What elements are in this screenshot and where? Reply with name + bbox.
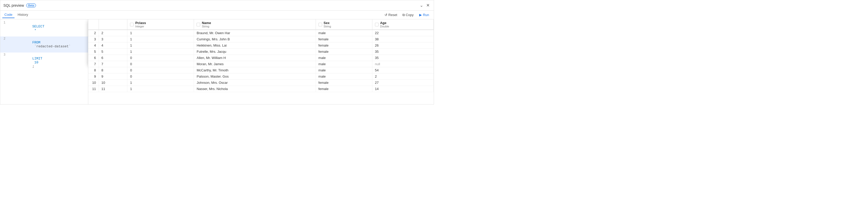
table-row: 331Cumings, Mrs. John Bfemale38	[88, 36, 434, 42]
table-cell: 54	[372, 67, 433, 73]
table-cell: 35	[372, 48, 433, 55]
table-cell: 11	[99, 86, 127, 92]
editor-pane[interactable]: 1 SELECT * 2 FROM `redacted-dataset` 3	[0, 20, 88, 104]
reset-button[interactable]: ↺ Reset	[382, 12, 399, 18]
line-content-2: FROM `redacted-dataset`	[8, 37, 88, 52]
table-cell: 4	[88, 42, 99, 48]
col-header-name: Name String	[194, 20, 316, 30]
reset-label: Reset	[389, 13, 397, 17]
pclass-header-inner: Pclass Integer	[130, 21, 191, 28]
sex-col-name: Sex	[324, 21, 331, 25]
table-cell: 3	[99, 36, 127, 42]
line-number-1: 1	[0, 21, 8, 25]
tab-history[interactable]: History	[16, 12, 30, 18]
keyword-select: SELECT	[32, 25, 44, 29]
table-cell: 6	[99, 55, 127, 61]
header-right: ⌄ ✕	[419, 2, 431, 9]
collapse-button[interactable]: ⌄	[419, 2, 424, 9]
run-button[interactable]: ▶ Run	[417, 12, 432, 18]
table-cell: 1	[127, 42, 194, 48]
sex-label: Sex String	[324, 21, 331, 28]
table-body: 221Braund, Mr. Owen Harmale22331Cumings,…	[88, 30, 434, 92]
table-row: 880McCarthy, Mr. Timothmale54	[88, 67, 434, 73]
table-row: 441Heikkinen, Miss. Laifemale26	[88, 42, 434, 48]
table-cell: 0	[127, 55, 194, 61]
table-cell: Palsson, Master. Gos	[194, 73, 316, 80]
line-number-3: 3	[0, 53, 8, 57]
table-cell: Futrelle, Mrs. Jacqu	[194, 48, 316, 55]
pclass-col-name: Pclass	[135, 21, 146, 25]
table-cell: male	[316, 73, 372, 80]
run-label: Run	[423, 13, 429, 17]
table-cell: 1	[127, 30, 194, 36]
table-row: 770Moran, Mr. Jamesmalenull	[88, 61, 434, 67]
data-pane[interactable]: Pclass Integer Name String	[88, 20, 434, 104]
table-cell: 10	[88, 80, 99, 86]
header-row: Pclass Integer Name String	[88, 20, 434, 30]
table-cell: 8	[99, 67, 127, 73]
table-cell: 3	[88, 36, 99, 42]
table-cell: 10	[99, 80, 127, 86]
name-label: Name String	[202, 21, 211, 28]
table-cell: Johnson, Mrs. Oscar	[194, 80, 316, 86]
name-header-inner: Name String	[196, 21, 313, 28]
tab-code[interactable]: Code	[2, 12, 14, 18]
col-header-age: Age Double	[372, 20, 433, 30]
keyword-limit: LIMIT	[32, 57, 42, 61]
table-cell: 9	[88, 73, 99, 80]
table-cell: male	[316, 61, 372, 67]
table-cell: Moran, Mr. James	[194, 61, 316, 67]
table-cell: 11	[88, 86, 99, 92]
code-line-1: 1 SELECT *	[0, 21, 88, 36]
code-lines: 1 SELECT * 2 FROM `redacted-dataset` 3	[0, 20, 88, 73]
table-cell: 5	[99, 48, 127, 55]
reset-icon: ↺	[384, 13, 388, 17]
close-icon: ✕	[426, 3, 430, 8]
pclass-checkbox[interactable]	[130, 23, 134, 26]
sex-header-inner: Sex String	[318, 21, 370, 28]
age-col-name: Age	[380, 21, 389, 25]
table-cell: female	[316, 48, 372, 55]
table-cell: 2	[88, 30, 99, 36]
sex-checkbox[interactable]	[318, 23, 322, 26]
keyword-from: FROM	[32, 41, 40, 44]
page-title: SQL preview	[3, 3, 24, 7]
copy-button[interactable]: ⧉ Copy	[400, 12, 415, 18]
table-cell: 1	[127, 80, 194, 86]
close-button[interactable]: ✕	[425, 2, 431, 9]
copy-label: Copy	[406, 13, 413, 17]
table-cell: 1	[127, 86, 194, 92]
table-cell: Nasser, Mrs. Nichola	[194, 86, 316, 92]
header-left: SQL preview Beta	[3, 3, 36, 7]
header-bar: SQL preview Beta ⌄ ✕	[0, 0, 434, 11]
table-cell: male	[316, 55, 372, 61]
table-cell: 2	[99, 30, 127, 36]
col-header-rownum	[88, 20, 99, 30]
main-content: 1 SELECT * 2 FROM `redacted-dataset` 3	[0, 20, 434, 104]
play-icon: ▶	[419, 13, 422, 17]
table-cell: 7	[99, 61, 127, 67]
table-cell: female	[316, 86, 372, 92]
age-label: Age Double	[380, 21, 389, 28]
table-cell: 22	[372, 30, 433, 36]
copy-icon: ⧉	[402, 13, 405, 17]
name-col-type: String	[202, 25, 211, 28]
table-cell: 4	[99, 42, 127, 48]
line-content-1: SELECT *	[8, 21, 88, 36]
name-checkbox[interactable]	[196, 23, 200, 26]
age-checkbox[interactable]	[375, 23, 379, 26]
table-cell: Braund, Mr. Owen Har	[194, 30, 316, 36]
line-number-2: 2	[0, 37, 8, 41]
table-cell: 1	[127, 48, 194, 55]
pclass-label: Pclass Integer	[135, 21, 146, 28]
table-cell: 0	[127, 61, 194, 67]
table-cell: 2	[372, 73, 433, 80]
table-row: 221Braund, Mr. Owen Harmale22	[88, 30, 434, 36]
line-content-3: LIMIT 10 ;	[8, 53, 88, 72]
table-cell: 8	[88, 67, 99, 73]
table-cell: 38	[372, 36, 433, 42]
age-header-inner: Age Double	[375, 21, 431, 28]
table-cell: male	[316, 30, 372, 36]
table-cell: 27	[372, 80, 433, 86]
sex-col-type: String	[324, 25, 331, 28]
